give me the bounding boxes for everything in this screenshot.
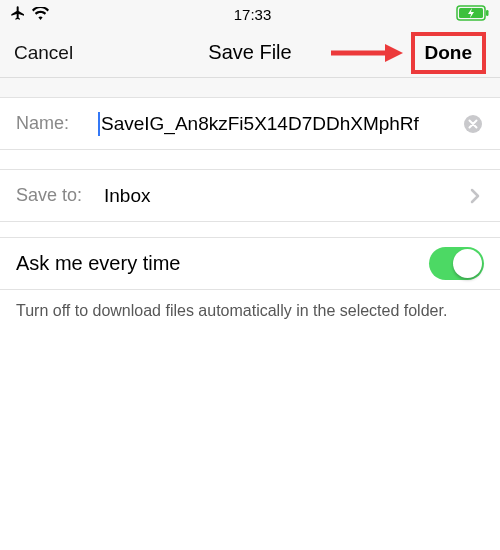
page-title: Save File: [208, 41, 291, 64]
save-to-value: Inbox: [104, 185, 454, 207]
ask-every-time-row: Ask me every time: [0, 238, 500, 290]
status-left: [10, 5, 49, 24]
name-value-text: SaveIG_An8kzFi5X14D7DDhXMphRf: [98, 112, 419, 136]
arrow-annotation-icon: [331, 43, 403, 63]
row-spacer: [0, 150, 500, 170]
done-button[interactable]: Done: [411, 32, 487, 74]
cancel-button[interactable]: Cancel: [14, 42, 73, 64]
battery-charging-icon: [456, 5, 490, 24]
ask-every-time-toggle[interactable]: [429, 247, 484, 280]
name-input[interactable]: SaveIG_An8kzFi5X14D7DDhXMphRf: [98, 112, 450, 136]
name-label: Name:: [16, 113, 86, 134]
airplane-mode-icon: [10, 5, 26, 24]
switch-knob: [453, 249, 482, 278]
save-to-label: Save to:: [16, 185, 92, 206]
clear-text-button[interactable]: [462, 113, 484, 135]
wifi-icon: [32, 6, 49, 23]
svg-marker-4: [385, 44, 403, 62]
name-row[interactable]: Name: SaveIG_An8kzFi5X14D7DDhXMphRf: [0, 98, 500, 150]
status-right: [456, 5, 490, 24]
row-spacer: [0, 222, 500, 238]
disclosure-indicator: [466, 182, 484, 210]
status-time: 17:33: [234, 6, 272, 23]
section-gap: [0, 78, 500, 98]
status-bar: 17:33: [0, 0, 500, 28]
clear-icon: [463, 114, 483, 134]
save-to-row[interactable]: Save to: Inbox: [0, 170, 500, 222]
chevron-right-icon: [470, 188, 480, 204]
nav-bar: Cancel Save File Done: [0, 28, 500, 78]
footer-helper-text: Turn off to download files automatically…: [0, 290, 500, 332]
ask-every-time-label: Ask me every time: [16, 252, 417, 275]
svg-rect-2: [486, 10, 489, 16]
